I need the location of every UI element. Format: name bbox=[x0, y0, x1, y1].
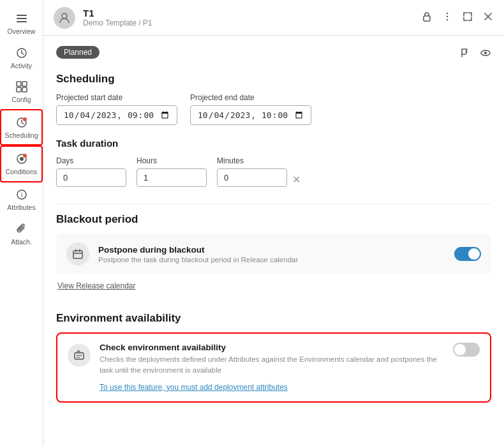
clear-duration-button[interactable]: ✕ bbox=[292, 174, 300, 186]
expand-icon[interactable] bbox=[462, 11, 473, 25]
projected-start-input[interactable] bbox=[56, 105, 177, 125]
blackout-text: Postpone during blackout Postpone the ta… bbox=[98, 245, 445, 264]
blackout-card-title: Postpone during blackout bbox=[98, 245, 445, 255]
projected-end-field: Projected end date bbox=[190, 93, 311, 125]
svg-rect-0 bbox=[17, 15, 27, 16]
env-toggle[interactable] bbox=[453, 343, 480, 357]
svg-text:i: i bbox=[20, 191, 22, 198]
svg-point-17 bbox=[447, 12, 448, 13]
duration-row: Days Hours Minutes ✕ bbox=[56, 156, 491, 191]
header-title-block: T1 Demo Template / P1 bbox=[83, 8, 152, 27]
attach-icon bbox=[15, 222, 29, 236]
svg-rect-5 bbox=[22, 82, 27, 86]
status-badge: Planned bbox=[56, 46, 100, 59]
svg-point-19 bbox=[447, 19, 448, 20]
sidebar-item-attributes[interactable]: i Attributes bbox=[0, 182, 43, 217]
hours-input[interactable] bbox=[137, 168, 207, 187]
svg-rect-16 bbox=[424, 16, 430, 21]
environment-section-title: Environment availability bbox=[56, 312, 491, 325]
env-card-desc: Checks the deployments defined under Att… bbox=[100, 354, 444, 376]
blackout-card: Postpone during blackout Postpone the ta… bbox=[56, 234, 491, 274]
sidebar-item-overview-label: Overview bbox=[8, 27, 36, 36]
env-card: Check environment availability Checks th… bbox=[68, 343, 480, 392]
minutes-field: Minutes bbox=[217, 156, 287, 187]
blackout-toggle[interactable] bbox=[454, 247, 481, 261]
scheduling-icon bbox=[15, 115, 29, 130]
svg-point-9 bbox=[23, 117, 27, 121]
projected-end-input[interactable] bbox=[190, 105, 311, 125]
svg-point-11 bbox=[20, 157, 24, 161]
conditions-icon bbox=[15, 152, 29, 166]
calendar-icon bbox=[66, 242, 89, 265]
duration-fields: Days Hours Minutes bbox=[56, 156, 287, 187]
sidebar-item-overview[interactable]: Overview bbox=[0, 6, 43, 41]
activity-icon bbox=[15, 46, 29, 60]
projected-start-field: Projected start date bbox=[56, 93, 177, 125]
view-release-calendar-link[interactable]: View Release calendar bbox=[57, 281, 136, 290]
top-header: T1 Demo Template / P1 bbox=[43, 0, 504, 36]
attributes-icon: i bbox=[15, 188, 29, 202]
date-row: Projected start date Projected end date bbox=[56, 93, 491, 125]
header-actions bbox=[421, 11, 494, 25]
sidebar-item-activity-label: Activity bbox=[11, 62, 32, 70]
sidebar-item-attach-label: Attach. bbox=[11, 238, 32, 246]
blackout-title: Blackout period bbox=[56, 213, 491, 226]
content-area: Planned Scheduling bbox=[43, 36, 504, 446]
hours-field: Hours bbox=[137, 156, 207, 187]
lock-icon[interactable] bbox=[421, 11, 433, 25]
visibility-icon[interactable] bbox=[480, 47, 491, 61]
sidebar-item-scheduling[interactable]: Scheduling bbox=[0, 109, 43, 146]
env-feature-link[interactable]: To use this feature, you must add deploy… bbox=[100, 383, 288, 392]
svg-point-15 bbox=[62, 13, 67, 19]
flag-icon[interactable] bbox=[459, 47, 471, 61]
sidebar-item-attributes-label: Attributes bbox=[7, 204, 35, 212]
svg-rect-22 bbox=[73, 251, 82, 258]
minutes-label: Minutes bbox=[217, 156, 287, 165]
days-input[interactable] bbox=[56, 168, 126, 187]
svg-rect-7 bbox=[22, 87, 27, 92]
main-panel: T1 Demo Template / P1 bbox=[43, 0, 504, 446]
svg-rect-1 bbox=[17, 18, 27, 19]
sidebar-item-config[interactable]: Config bbox=[0, 75, 43, 109]
projected-start-label: Projected start date bbox=[56, 93, 177, 102]
sidebar-item-scheduling-label: Scheduling bbox=[5, 131, 38, 140]
days-label: Days bbox=[56, 156, 126, 165]
sidebar-item-conditions[interactable]: Conditions bbox=[0, 145, 43, 182]
projected-end-label: Projected end date bbox=[190, 93, 311, 102]
more-options-icon[interactable] bbox=[441, 11, 453, 25]
svg-rect-23 bbox=[75, 353, 84, 359]
sidebar-item-conditions-label: Conditions bbox=[6, 168, 38, 176]
sidebar-item-attach[interactable]: Attach. bbox=[0, 217, 43, 251]
close-icon[interactable] bbox=[482, 11, 494, 25]
svg-rect-4 bbox=[17, 82, 21, 86]
env-text-block: Check environment availability Checks th… bbox=[100, 343, 444, 392]
svg-point-12 bbox=[23, 154, 27, 158]
svg-rect-6 bbox=[17, 87, 21, 92]
svg-point-18 bbox=[447, 15, 448, 17]
task-duration-title: Task duration bbox=[56, 138, 491, 149]
sidebar: Overview Activity Config bbox=[0, 0, 43, 446]
header-subtitle: Demo Template / P1 bbox=[83, 19, 152, 27]
avatar bbox=[54, 7, 75, 29]
env-card-title: Check environment availability bbox=[100, 343, 444, 352]
header-left: T1 Demo Template / P1 bbox=[54, 7, 152, 29]
header-title: T1 bbox=[83, 8, 152, 19]
env-icon bbox=[68, 344, 91, 367]
blackout-section: Blackout period Postpone during blackout… bbox=[56, 213, 491, 299]
content-wrapper: Planned Scheduling bbox=[56, 46, 491, 403]
scheduling-title: Scheduling bbox=[56, 73, 491, 85]
environment-section: Check environment availability Checks th… bbox=[56, 332, 491, 403]
days-field: Days bbox=[56, 156, 126, 187]
minutes-input[interactable] bbox=[217, 168, 287, 187]
overview-icon bbox=[15, 11, 29, 26]
svg-rect-2 bbox=[17, 21, 27, 22]
divider-1 bbox=[56, 204, 491, 204]
svg-point-21 bbox=[484, 52, 487, 54]
blackout-card-desc: Postpone the task during blackout period… bbox=[98, 256, 445, 264]
config-icon bbox=[15, 80, 29, 94]
hours-label: Hours bbox=[137, 156, 207, 165]
sidebar-item-activity[interactable]: Activity bbox=[0, 41, 43, 75]
sidebar-item-config-label: Config bbox=[11, 96, 31, 104]
